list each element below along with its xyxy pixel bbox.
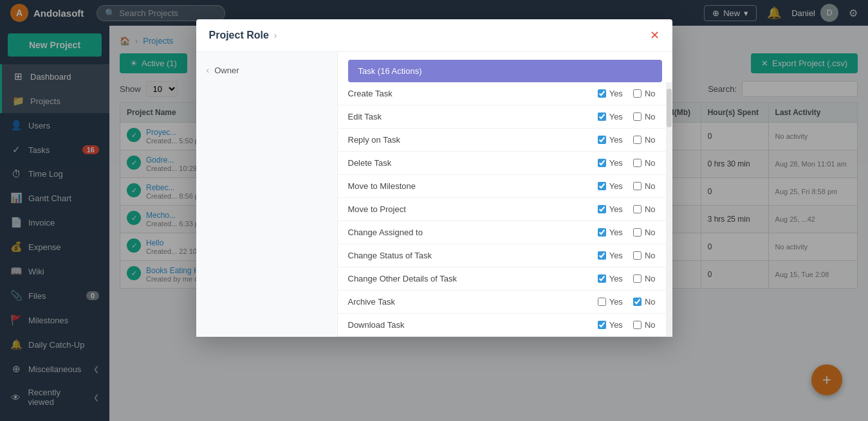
yes-checkbox[interactable] <box>598 298 606 306</box>
no-checkbox[interactable] <box>633 89 642 98</box>
permission-label: Move to Milestone <box>348 181 598 191</box>
permission-label: Reply on Task <box>348 135 598 145</box>
yes-label: Yes <box>609 158 623 168</box>
task-actions-button[interactable]: Task (16 Actions) <box>348 60 662 82</box>
permission-row: Change Status of Task Yes No <box>338 244 666 267</box>
modal-scroll-wrapper: Create Task Yes No Edit Task Yes No Repl… <box>338 82 672 337</box>
yes-check[interactable]: Yes <box>598 297 623 307</box>
permission-row: Delete Task Yes No <box>338 152 666 175</box>
no-checkbox[interactable] <box>633 159 642 167</box>
yes-checkbox[interactable] <box>598 321 606 329</box>
no-check[interactable]: No <box>633 89 656 98</box>
yes-checkbox[interactable] <box>598 274 606 283</box>
permission-row: Move to Project Yes No <box>338 198 666 221</box>
modal-sidebar-owner[interactable]: ‹ Owner <box>196 58 337 82</box>
permission-checkboxes: Yes No <box>598 89 656 98</box>
owner-label: Owner <box>214 66 239 75</box>
permission-checkboxes: Yes No <box>598 228 656 237</box>
no-check[interactable]: No <box>633 135 656 145</box>
no-label: No <box>645 228 656 237</box>
yes-label: Yes <box>609 135 623 145</box>
yes-checkbox[interactable] <box>598 251 606 260</box>
no-checkbox[interactable] <box>633 274 642 283</box>
no-check[interactable]: No <box>633 112 656 121</box>
no-check[interactable]: No <box>633 181 656 191</box>
no-checkbox[interactable] <box>633 321 642 329</box>
modal-sidebar: ‹ Owner <box>196 52 338 337</box>
no-check[interactable]: No <box>633 158 656 168</box>
no-checkbox[interactable] <box>633 182 642 190</box>
modal-chevron-icon: › <box>274 30 277 40</box>
permission-label: Change Status of Task <box>348 251 598 260</box>
no-check[interactable]: No <box>633 204 656 214</box>
no-label: No <box>645 112 656 121</box>
yes-label: Yes <box>609 204 623 214</box>
permission-checkboxes: Yes No <box>598 135 656 145</box>
yes-check[interactable]: Yes <box>598 228 623 237</box>
yes-check[interactable]: Yes <box>598 274 623 283</box>
permission-label: Delete Task <box>348 158 598 168</box>
permission-row: Download Task Yes No <box>338 314 666 337</box>
no-label: No <box>645 89 656 98</box>
no-checkbox[interactable] <box>633 298 642 306</box>
yes-label: Yes <box>609 228 623 237</box>
no-label: No <box>645 181 656 191</box>
yes-check[interactable]: Yes <box>598 181 623 191</box>
yes-check[interactable]: Yes <box>598 135 623 145</box>
yes-checkbox[interactable] <box>598 136 606 144</box>
yes-check[interactable]: Yes <box>598 89 623 98</box>
no-check[interactable]: No <box>633 297 656 307</box>
permission-row: Archive Task Yes No <box>338 291 666 314</box>
yes-check[interactable]: Yes <box>598 112 623 121</box>
yes-label: Yes <box>609 274 623 283</box>
yes-label: Yes <box>609 297 623 307</box>
no-label: No <box>645 158 656 168</box>
permission-row: Edit Task Yes No <box>338 105 666 129</box>
yes-check[interactable]: Yes <box>598 158 623 168</box>
no-check[interactable]: No <box>633 228 656 237</box>
no-checkbox[interactable] <box>633 251 642 260</box>
no-label: No <box>645 251 656 260</box>
scrollbar-thumb <box>667 89 672 127</box>
no-checkbox[interactable] <box>633 228 642 237</box>
yes-checkbox[interactable] <box>598 205 606 213</box>
no-check[interactable]: No <box>633 251 656 260</box>
yes-check[interactable]: Yes <box>598 251 623 260</box>
permission-checkboxes: Yes No <box>598 204 656 214</box>
permission-checkboxes: Yes No <box>598 181 656 191</box>
modal-close-button[interactable]: ✕ <box>650 30 660 41</box>
yes-label: Yes <box>609 251 623 260</box>
permission-checkboxes: Yes No <box>598 112 656 121</box>
permission-label: Change Other Details of Task <box>348 274 598 283</box>
permission-row: Create Task Yes No <box>338 82 666 105</box>
no-checkbox[interactable] <box>633 136 642 144</box>
no-checkbox[interactable] <box>633 112 642 121</box>
yes-checkbox[interactable] <box>598 112 606 121</box>
modal-overlay[interactable]: Project Role › ✕ ‹ Owner Task (16 Action… <box>0 0 868 421</box>
permission-row: Change Assigned to Yes No <box>338 221 666 244</box>
permission-checkboxes: Yes No <box>598 320 656 330</box>
permission-label: Move to Project <box>348 204 598 214</box>
yes-check[interactable]: Yes <box>598 204 623 214</box>
yes-checkbox[interactable] <box>598 89 606 98</box>
yes-checkbox[interactable] <box>598 159 606 167</box>
yes-check[interactable]: Yes <box>598 320 623 330</box>
yes-label: Yes <box>609 89 623 98</box>
modal-scrollbar[interactable] <box>666 82 672 337</box>
yes-checkbox[interactable] <box>598 182 606 190</box>
permission-checkboxes: Yes No <box>598 297 656 307</box>
no-label: No <box>645 274 656 283</box>
no-check[interactable]: No <box>633 320 656 330</box>
no-label: No <box>645 135 656 145</box>
no-label: No <box>645 297 656 307</box>
permission-label: Edit Task <box>348 112 598 121</box>
modal-content-area: Task (16 Actions) Create Task Yes No Edi… <box>338 52 672 337</box>
yes-label: Yes <box>609 320 623 330</box>
project-role-modal: Project Role › ✕ ‹ Owner Task (16 Action… <box>196 19 672 337</box>
permission-checkboxes: Yes No <box>598 158 656 168</box>
no-checkbox[interactable] <box>633 205 642 213</box>
yes-checkbox[interactable] <box>598 228 606 237</box>
permissions-list: Create Task Yes No Edit Task Yes No Repl… <box>338 82 666 337</box>
no-check[interactable]: No <box>633 274 656 283</box>
no-label: No <box>645 204 656 214</box>
